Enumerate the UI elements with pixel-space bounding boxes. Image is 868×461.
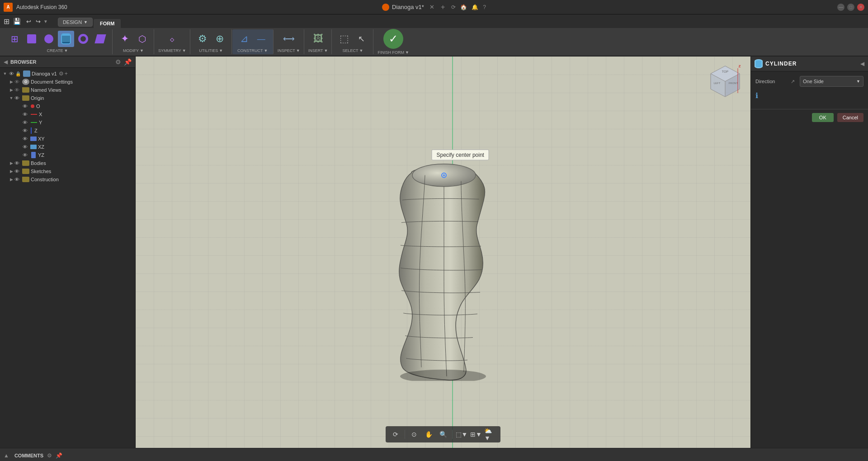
root-visibility[interactable]: 👁 bbox=[8, 71, 14, 76]
view-options-btn[interactable]: ⟳ bbox=[389, 428, 402, 441]
bodies-visibility[interactable]: 👁 bbox=[14, 160, 21, 166]
browser-settings-btn[interactable]: ⚙ bbox=[115, 58, 121, 66]
add-object-btn[interactable]: ⊞ bbox=[6, 31, 23, 47]
construction-visibility[interactable]: 👁 bbox=[14, 177, 21, 182]
navcube[interactable]: TOP FRONT LEFT Z bbox=[707, 64, 743, 100]
zoom-btn[interactable]: 🔍 bbox=[437, 428, 449, 441]
bottom-panel-collapse-btn[interactable]: ▲ bbox=[4, 452, 9, 459]
nav-btn[interactable]: ⟳ bbox=[451, 4, 456, 10]
xz-visibility[interactable]: 👁 bbox=[23, 144, 29, 150]
insert-label[interactable]: INSERT ▼ bbox=[308, 48, 328, 53]
tree-bodies[interactable]: ▶ 👁 Bodies bbox=[0, 159, 135, 167]
display-mode-btn[interactable]: ⬚▼ bbox=[455, 428, 468, 441]
cylinder-btn[interactable] bbox=[58, 31, 74, 47]
close-btn[interactable]: ✕ bbox=[857, 4, 864, 11]
help-btn[interactable]: ? bbox=[483, 4, 486, 10]
construct-label[interactable]: CONSTRUCT ▼ bbox=[237, 48, 268, 53]
doc-settings-expand[interactable]: ▶ bbox=[8, 79, 14, 85]
tab-close-btn[interactable]: ✕ bbox=[429, 4, 434, 10]
finish-form-label[interactable]: FINISH FORM ▼ bbox=[377, 50, 409, 55]
notifications-btn[interactable]: 🔔 bbox=[472, 4, 478, 10]
origin-visibility[interactable]: 👁 bbox=[14, 95, 21, 101]
minimize-btn[interactable]: — bbox=[837, 4, 844, 11]
root-context-btn[interactable]: ⚙ bbox=[59, 71, 64, 77]
bodies-expand[interactable]: ▶ bbox=[8, 160, 14, 166]
browser-collapse-btn[interactable]: ◀ bbox=[4, 59, 8, 65]
tree-named-views[interactable]: ▶ 👁 Named Views bbox=[0, 86, 135, 94]
xy-visibility[interactable]: 👁 bbox=[23, 136, 29, 141]
pipe-btn[interactable] bbox=[92, 31, 108, 47]
construction-expand[interactable]: ▶ bbox=[8, 176, 14, 183]
symmetry-label[interactable]: SYMMETRY ▼ bbox=[158, 48, 186, 53]
doc-settings-visibility[interactable]: 👁 bbox=[14, 79, 21, 85]
select-cursor-btn[interactable]: ↖ bbox=[353, 31, 369, 47]
undo-arrow[interactable]: ▼ bbox=[43, 19, 48, 24]
named-views-visibility[interactable]: 👁 bbox=[14, 87, 21, 93]
tree-origin-yz[interactable]: 👁 YZ bbox=[0, 151, 135, 159]
finish-form-btn[interactable]: ✓ bbox=[383, 29, 403, 49]
ok-btn[interactable]: OK bbox=[812, 113, 834, 122]
tree-origin-xy[interactable]: 👁 XY bbox=[0, 135, 135, 143]
y-visibility[interactable]: 👁 bbox=[23, 120, 29, 125]
x-visibility[interactable]: 👁 bbox=[23, 112, 29, 117]
named-views-expand[interactable]: ▶ bbox=[8, 87, 14, 93]
tree-origin[interactable]: ▼ 👁 Origin bbox=[0, 94, 135, 102]
inspect-label[interactable]: INSPECT ▼ bbox=[278, 48, 300, 53]
root-add-btn[interactable]: + bbox=[65, 71, 68, 77]
tree-origin-y[interactable]: 👁 Y bbox=[0, 118, 135, 127]
tree-construction[interactable]: ▶ 👁 Construction bbox=[0, 175, 135, 183]
inspect-btn[interactable]: ⟷ bbox=[281, 31, 297, 47]
form-tab[interactable]: FORM bbox=[94, 19, 121, 28]
tree-origin-z[interactable]: 👁 Z bbox=[0, 127, 135, 135]
home-btn[interactable]: 🏠 bbox=[460, 4, 467, 10]
select-label[interactable]: SELECT ▼ bbox=[343, 48, 363, 53]
utilities-label[interactable]: UTILITIES ▼ bbox=[199, 48, 223, 53]
environment-btn[interactable]: ⛅▼ bbox=[484, 428, 497, 441]
torus-btn[interactable] bbox=[75, 31, 91, 47]
sketches-visibility[interactable]: 👁 bbox=[14, 169, 21, 174]
cancel-btn[interactable]: Cancel bbox=[837, 113, 863, 122]
utilities-btn[interactable]: ⚙ bbox=[194, 31, 211, 47]
maximize-btn[interactable]: □ bbox=[847, 4, 854, 11]
viewport[interactable]: Specify center point TOP FRONT LEFT Z ⟳ bbox=[136, 56, 750, 448]
origin-expand[interactable]: ▼ bbox=[8, 95, 14, 101]
modify-btn[interactable]: ✦ bbox=[117, 31, 133, 47]
modify-btn2[interactable]: ⬡ bbox=[134, 31, 150, 47]
grid-menu-btn[interactable]: ⊞ bbox=[4, 17, 9, 26]
browser-pin-btn[interactable]: 📌 bbox=[124, 58, 132, 66]
tree-root[interactable]: ▼ 👁 🔒 Dianoga v1 ⚙ + bbox=[0, 70, 135, 78]
grid-btn[interactable]: ⊞▼ bbox=[470, 428, 482, 441]
construct-btn[interactable]: ⊿ bbox=[236, 31, 252, 47]
o-visibility[interactable]: 👁 bbox=[23, 103, 29, 109]
direction-dropdown[interactable]: One Side ▼ bbox=[800, 76, 863, 87]
symmetry-btn[interactable]: ⬦ bbox=[164, 31, 180, 47]
redo-btn[interactable]: ↪ bbox=[34, 17, 42, 26]
z-visibility[interactable]: 👁 bbox=[23, 128, 29, 133]
box-btn[interactable] bbox=[24, 31, 40, 47]
panel-collapse-btn[interactable]: ◀ bbox=[860, 61, 864, 67]
tree-doc-settings[interactable]: ▶ 👁 ⚙ Document Settings bbox=[0, 78, 135, 86]
sphere-btn[interactable] bbox=[41, 31, 57, 47]
info-icon[interactable]: ℹ bbox=[755, 91, 758, 100]
orbit-btn[interactable]: ⊙ bbox=[408, 428, 420, 441]
tree-origin-x[interactable]: 👁 X bbox=[0, 110, 135, 118]
yz-visibility[interactable]: 👁 bbox=[23, 152, 29, 158]
design-mode-btn[interactable]: DESIGN ▼ bbox=[58, 18, 93, 27]
modify-label[interactable]: MODIFY ▼ bbox=[123, 48, 144, 53]
create-label[interactable]: CREATE ▼ bbox=[47, 48, 68, 53]
construct-btn2[interactable]: — bbox=[253, 31, 269, 47]
undo-btn[interactable]: ↩ bbox=[24, 17, 33, 26]
comments-pin-btn[interactable]: 📌 bbox=[56, 452, 62, 459]
insert-btn[interactable]: 🖼 bbox=[310, 31, 326, 47]
save-btn[interactable]: 💾 bbox=[13, 18, 21, 25]
pan-btn[interactable]: ✋ bbox=[422, 428, 435, 441]
tree-origin-o[interactable]: 👁 O bbox=[0, 102, 135, 110]
root-expand-arrow[interactable]: ▼ bbox=[2, 71, 8, 77]
comments-settings-btn[interactable]: ⚙ bbox=[47, 452, 52, 459]
tree-origin-xz[interactable]: 👁 XZ bbox=[0, 143, 135, 151]
sketches-expand[interactable]: ▶ bbox=[8, 168, 14, 174]
tree-sketches[interactable]: ▶ 👁 Sketches bbox=[0, 167, 135, 175]
new-tab-btn[interactable]: + bbox=[441, 3, 445, 11]
utilities-btn2[interactable]: ⊕ bbox=[212, 31, 228, 47]
select-btn[interactable]: ⬚ bbox=[336, 31, 352, 47]
